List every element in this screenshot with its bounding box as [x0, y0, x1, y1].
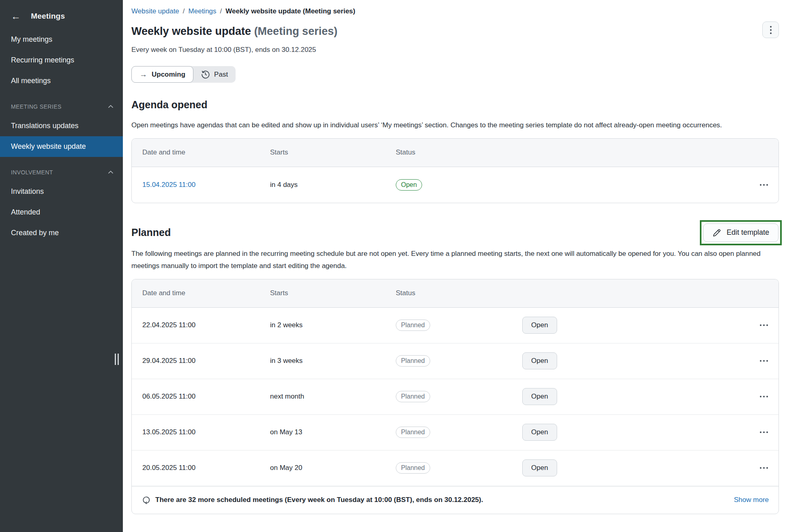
status-badge-planned: Planned	[396, 462, 430, 474]
sidebar-collapse-handle[interactable]	[113, 352, 120, 367]
row-menu-button[interactable]	[759, 429, 769, 435]
status-badge-planned: Planned	[396, 391, 430, 402]
edit-template-highlight-box: Edit template	[700, 220, 782, 245]
agenda-opened-description: Open meetings have agendas that can be e…	[131, 119, 776, 131]
ellipsis-vertical-icon	[770, 26, 772, 34]
meeting-date: 22.04.2025 11:00	[142, 321, 270, 329]
open-meeting-button[interactable]: Open	[522, 424, 557, 441]
table-row: 13.05.2025 11:00 on May 13 Planned Open	[132, 415, 779, 450]
meeting-date: 29.04.2025 11:00	[142, 357, 270, 365]
ellipsis-icon	[760, 396, 768, 397]
ellipsis-icon	[760, 360, 768, 362]
table-header: Date and time Starts Status	[132, 139, 779, 167]
sidebar-item-my-meetings[interactable]: My meetings	[0, 29, 123, 50]
planned-table: Date and time Starts Status 22.04.2025 1…	[131, 279, 779, 514]
status-badge-planned: Planned	[396, 320, 430, 331]
sidebar-item-invitations[interactable]: Invitations	[0, 181, 123, 202]
status-badge-planned: Planned	[396, 355, 430, 367]
agenda-opened-table: Date and time Starts Status 15.04.2025 1…	[131, 138, 779, 203]
edit-template-button[interactable]: Edit template	[703, 223, 779, 242]
sidebar-item-recurring-meetings[interactable]: Recurring meetings	[0, 50, 123, 71]
planned-heading: Planned	[131, 227, 171, 238]
page-menu-button[interactable]	[762, 21, 779, 38]
column-status: Status	[396, 148, 522, 157]
table-row: 20.05.2025 11:00 on May 20 Planned Open	[132, 450, 779, 486]
meeting-date-link[interactable]: 15.04.2025 11:00	[142, 181, 270, 189]
tab-upcoming[interactable]: → Upcoming	[131, 66, 193, 83]
ellipsis-icon	[760, 467, 768, 469]
table-row: 15.04.2025 11:00 in 4 days Open	[132, 167, 779, 203]
open-meeting-button[interactable]: Open	[522, 388, 557, 405]
status-badge-planned: Planned	[396, 427, 430, 438]
meeting-starts: on May 13	[270, 428, 396, 436]
page-title: Weekly website update (Meeting series)	[131, 25, 779, 38]
breadcrumb-separator: /	[220, 7, 222, 15]
sidebar-section-label: MEETING SERIES	[11, 103, 62, 110]
column-date-and-time: Date and time	[142, 289, 270, 297]
ellipsis-icon	[760, 324, 768, 326]
chevron-up-icon	[107, 169, 114, 176]
meeting-starts: in 2 weeks	[270, 321, 396, 329]
planned-description: The following meetings are planned in th…	[131, 248, 776, 272]
row-menu-button[interactable]	[759, 465, 769, 471]
back-arrow-icon[interactable]: ←	[11, 11, 21, 21]
page-title-text: Weekly website update	[131, 25, 251, 37]
row-menu-button[interactable]	[759, 182, 769, 188]
sidebar-item-created-by-me[interactable]: Created by me	[0, 223, 123, 243]
column-date-and-time: Date and time	[142, 148, 270, 157]
sidebar-section-label: INVOLVEMENT	[11, 169, 53, 176]
arrow-right-icon: →	[139, 70, 147, 79]
show-more-link[interactable]: Show more	[734, 496, 769, 504]
more-meetings-summary: There are 32 more scheduled meetings (Ev…	[142, 496, 483, 504]
open-meeting-button[interactable]: Open	[522, 317, 557, 334]
breadcrumb-link-meetings[interactable]: Meetings	[189, 7, 217, 15]
tab-upcoming-label: Upcoming	[152, 71, 185, 79]
tab-past[interactable]: Past	[193, 66, 236, 83]
agenda-opened-heading: Agenda opened	[131, 99, 779, 111]
chevron-up-icon	[107, 103, 114, 110]
table-row: 22.04.2025 11:00 in 2 weeks Planned Open	[132, 308, 779, 343]
table-row: 29.04.2025 11:00 in 3 weeks Planned Open	[132, 343, 779, 379]
sidebar-item-translations-updates[interactable]: Translations updates	[0, 116, 123, 136]
ellipsis-icon	[760, 431, 768, 433]
sidebar-nav: My meetings Recurring meetings All meeti…	[0, 29, 123, 243]
sidebar-section-meeting-series[interactable]: MEETING SERIES	[0, 98, 123, 116]
column-starts: Starts	[270, 148, 396, 157]
history-icon	[201, 70, 210, 79]
tab-past-label: Past	[214, 71, 228, 79]
open-meeting-button[interactable]: Open	[522, 459, 557, 476]
row-menu-button[interactable]	[759, 358, 769, 364]
table-row: 06.05.2025 11:00 next month Planned Open	[132, 379, 779, 415]
column-status: Status	[396, 289, 522, 297]
breadcrumb-current: Weekly website update (Meeting series)	[225, 7, 355, 15]
ellipsis-icon	[760, 184, 768, 186]
open-meeting-button[interactable]: Open	[522, 352, 557, 369]
breadcrumb: Website update / Meetings / Weekly websi…	[131, 7, 779, 15]
more-meetings-text: There are 32 more scheduled meetings (Ev…	[155, 496, 483, 504]
breadcrumb-separator: /	[183, 7, 185, 15]
tab-bar: → Upcoming Past	[131, 66, 236, 83]
sidebar: ← Meetings My meetings Recurring meeting…	[0, 0, 123, 532]
breadcrumb-link-website-update[interactable]: Website update	[131, 7, 179, 15]
sidebar-item-all-meetings[interactable]: All meetings	[0, 71, 123, 91]
main-content: Website update / Meetings / Weekly websi…	[123, 0, 785, 532]
planned-section-header: Planned Edit template	[131, 220, 779, 245]
sidebar-title: Meetings	[31, 12, 65, 21]
row-menu-button[interactable]	[759, 393, 769, 400]
recurrence-icon	[142, 496, 150, 504]
meeting-date: 20.05.2025 11:00	[142, 464, 270, 472]
schedule-text: Every week on Tuesday at 10:00 (BST), en…	[131, 46, 779, 54]
meeting-starts: in 4 days	[270, 181, 396, 189]
sidebar-header: ← Meetings	[0, 0, 123, 24]
meeting-date: 13.05.2025 11:00	[142, 428, 270, 436]
page-title-suffix: (Meeting series)	[254, 25, 338, 37]
column-starts: Starts	[270, 289, 396, 297]
meeting-starts: next month	[270, 393, 396, 401]
row-menu-button[interactable]	[759, 322, 769, 328]
meeting-date: 06.05.2025 11:00	[142, 393, 270, 401]
table-footer: There are 32 more scheduled meetings (Ev…	[132, 486, 779, 514]
sidebar-section-involvement[interactable]: INVOLVEMENT	[0, 163, 123, 181]
sidebar-item-weekly-website-update[interactable]: Weekly website update	[0, 136, 123, 157]
sidebar-item-attended[interactable]: Attended	[0, 202, 123, 223]
meeting-starts: on May 20	[270, 464, 396, 472]
